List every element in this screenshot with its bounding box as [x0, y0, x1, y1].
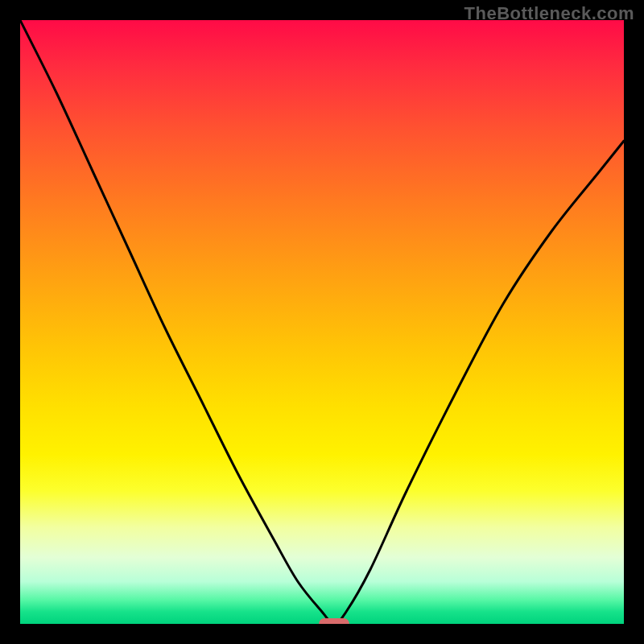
plot-area — [20, 20, 624, 624]
watermark-text: TheBottleneck.com — [464, 3, 634, 24]
curve-path — [20, 20, 624, 624]
minimum-marker — [319, 618, 349, 624]
chart-frame: TheBottleneck.com — [0, 0, 644, 644]
bottleneck-curve — [20, 20, 624, 624]
